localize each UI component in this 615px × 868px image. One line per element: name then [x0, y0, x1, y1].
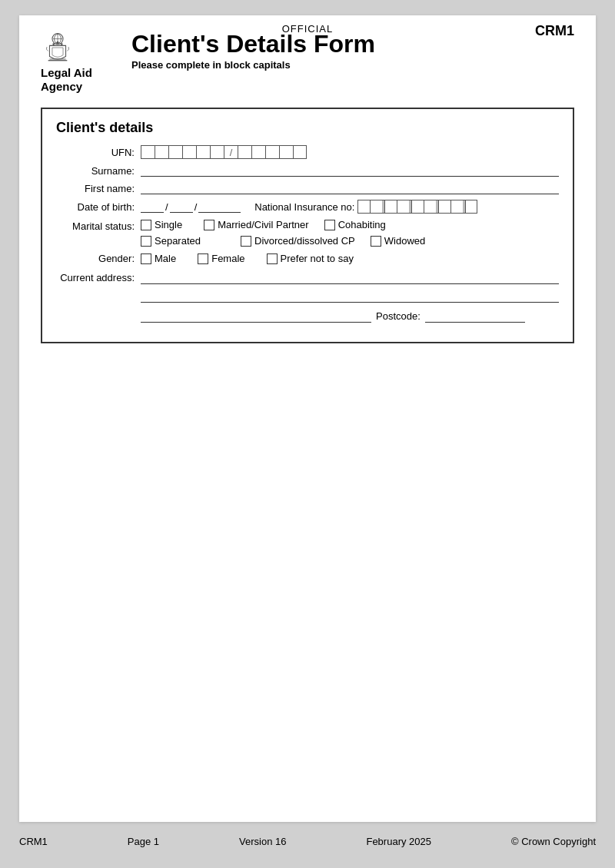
- ufn-box-11[interactable]: [293, 145, 307, 159]
- crest-icon: [41, 31, 75, 65]
- ufn-box-6[interactable]: [210, 145, 224, 159]
- checkbox-prefer-not[interactable]: Prefer not to say: [267, 253, 354, 264]
- svg-point-5: [57, 41, 59, 44]
- ni-box-2[interactable]: [370, 200, 382, 214]
- footer-date: February 2025: [366, 836, 431, 847]
- section-title: Client's details: [56, 120, 559, 136]
- ni-box-3[interactable]: [384, 200, 397, 214]
- logo-area: Legal Aid Agency: [41, 31, 118, 94]
- address-line-3[interactable]: [141, 309, 371, 323]
- dob-ni-row: Date of birth: / / National Insurance no…: [56, 200, 559, 214]
- form-code-header: CRM1: [535, 23, 574, 39]
- checkbox-separated-box[interactable]: [141, 236, 151, 247]
- ni-box-1[interactable]: [357, 200, 370, 214]
- checkbox-single[interactable]: Single: [141, 219, 182, 230]
- firstname-label: First name:: [56, 183, 141, 194]
- ni-box-8[interactable]: [450, 200, 463, 214]
- ni-box-9[interactable]: [465, 200, 477, 214]
- marital-row-2: Separated Divorced/dissolved CP Widowed: [141, 235, 559, 247]
- page: OFFICIAL CRM1: [19, 15, 596, 822]
- ufn-box-1[interactable]: [141, 145, 155, 159]
- address-label: Current address:: [56, 270, 141, 283]
- address-line-2[interactable]: [141, 289, 559, 303]
- dob-year[interactable]: [198, 200, 241, 213]
- ni-box-6[interactable]: [424, 200, 436, 214]
- checkbox-cohabiting[interactable]: Cohabiting: [324, 219, 386, 230]
- ufn-box-10[interactable]: [279, 145, 293, 159]
- ufn-box-5[interactable]: [196, 145, 210, 159]
- ufn-slash: /: [224, 145, 238, 159]
- checkbox-male-box[interactable]: [141, 253, 151, 264]
- ni-full-row: National Insurance no:: [254, 200, 477, 214]
- checkbox-separated-label: Separated: [155, 235, 201, 247]
- ni-boxes: [357, 200, 477, 214]
- checkbox-widowed-label: Widowed: [384, 235, 425, 247]
- form-title: Client's Details Form: [131, 31, 574, 58]
- checkbox-divorced[interactable]: Divorced/dissolved CP: [241, 235, 355, 247]
- page-header: Legal Aid Agency Client's Details Form P…: [41, 31, 574, 94]
- ni-box-7[interactable]: [438, 200, 450, 214]
- marital-options: Single Married/Civil Partner Cohabiting …: [141, 219, 559, 247]
- checkbox-divorced-box[interactable]: [241, 236, 251, 247]
- footer-version: Version 16: [239, 836, 286, 847]
- footer-page: Page 1: [128, 836, 159, 847]
- ufn-box-2[interactable]: [155, 145, 168, 159]
- ufn-box-8[interactable]: [251, 145, 265, 159]
- marital-row-1: Single Married/Civil Partner Cohabiting: [141, 219, 559, 230]
- logo-text: Legal Aid Agency: [41, 66, 92, 94]
- surname-input[interactable]: [141, 164, 559, 177]
- ufn-row: UFN: /: [56, 145, 559, 159]
- checkbox-married-box[interactable]: [204, 220, 214, 230]
- dob-slash-2: /: [193, 201, 199, 213]
- checkbox-cohabiting-label: Cohabiting: [338, 219, 386, 230]
- svg-point-4: [52, 43, 55, 45]
- ufn-box-9[interactable]: [265, 145, 279, 159]
- footer-copyright: © Crown Copyright: [511, 836, 596, 847]
- dob-field: / /: [141, 200, 241, 213]
- checkbox-male-label: Male: [155, 253, 176, 264]
- checkbox-separated[interactable]: Separated: [141, 235, 201, 247]
- checkbox-prefer-not-box[interactable]: [267, 253, 278, 264]
- ufn-box-7[interactable]: [238, 145, 251, 159]
- checkbox-male[interactable]: Male: [141, 253, 176, 264]
- dob-slash-1: /: [164, 201, 170, 213]
- checkbox-widowed[interactable]: Widowed: [371, 235, 425, 247]
- ufn-box-3[interactable]: [168, 145, 182, 159]
- form-box: Client's details UFN: / Surname: [41, 108, 574, 343]
- marital-row: Marital status: Single Married/Civil Par…: [56, 219, 559, 247]
- ufn-box-4[interactable]: [182, 145, 196, 159]
- checkbox-single-box[interactable]: [141, 220, 151, 230]
- checkbox-female-box[interactable]: [198, 253, 208, 264]
- checkbox-widowed-box[interactable]: [371, 236, 381, 247]
- ufn-boxes: /: [141, 145, 307, 159]
- ufn-label: UFN:: [56, 147, 141, 158]
- page-footer: CRM1 Page 1 Version 16 February 2025 © C…: [19, 830, 596, 855]
- address-line-1[interactable]: [141, 270, 559, 284]
- marital-label: Marital status:: [56, 219, 141, 232]
- checkbox-married-label: Married/Civil Partner: [218, 219, 308, 230]
- postcode-input[interactable]: [425, 309, 525, 323]
- surname-row: Surname:: [56, 164, 559, 177]
- form-subtitle: Please complete in block capitals: [131, 59, 574, 71]
- postcode-row: Postcode:: [141, 309, 559, 323]
- checkbox-married[interactable]: Married/Civil Partner: [204, 219, 308, 230]
- firstname-row: First name:: [56, 182, 559, 194]
- firstname-input[interactable]: [141, 182, 559, 194]
- surname-label: Surname:: [56, 165, 141, 177]
- dob-label: Date of birth:: [56, 201, 141, 213]
- address-block: Postcode:: [141, 270, 559, 323]
- dob-month[interactable]: [170, 200, 193, 213]
- ni-label: National Insurance no:: [254, 201, 354, 213]
- checkbox-female[interactable]: Female: [198, 253, 244, 264]
- svg-point-6: [61, 43, 63, 45]
- postcode-label: Postcode:: [376, 310, 421, 322]
- ni-box-5[interactable]: [411, 200, 424, 214]
- checkbox-cohabiting-box[interactable]: [324, 220, 335, 230]
- checkbox-female-label: Female: [211, 253, 244, 264]
- checkbox-divorced-label: Divorced/dissolved CP: [254, 235, 355, 247]
- dob-day[interactable]: [141, 200, 164, 213]
- footer-form-code: CRM1: [19, 836, 48, 847]
- gender-options: Male Female Prefer not to say: [141, 253, 375, 264]
- ni-box-4[interactable]: [397, 200, 409, 214]
- header-center: Client's Details Form Please complete in…: [118, 31, 574, 71]
